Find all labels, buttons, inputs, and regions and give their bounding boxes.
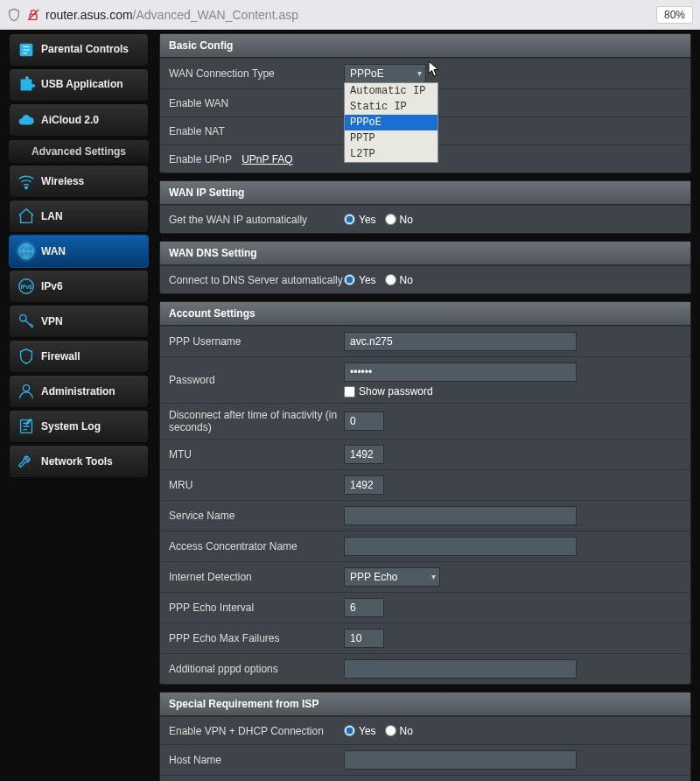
input-concentrator[interactable] (344, 537, 577, 556)
input-service-name[interactable] (344, 506, 577, 525)
sidebar: Parental ControlsUSB ApplicationAiCloud … (9, 33, 149, 781)
sidebar-advanced-header: Advanced Settings (9, 140, 149, 163)
sidebar-item-label: AiCloud 2.0 (41, 114, 99, 126)
input-password[interactable] (344, 362, 577, 382)
chevron-down-icon: ▾ (417, 68, 422, 78)
sidebar-item-system-log[interactable]: System Log (9, 410, 149, 443)
sidebar-item-usb-application[interactable]: USB Application (9, 68, 149, 102)
main-content: Basic Config WAN Connection Type PPPoE ▾… (159, 33, 691, 781)
input-disconnect[interactable] (344, 412, 384, 431)
sidebar-item-firewall[interactable]: Firewall (9, 340, 149, 373)
dropdown-option[interactable]: Automatic IP (345, 83, 438, 99)
label-service-name: Service Name (169, 510, 344, 522)
link-upnp-faq[interactable]: UPnP FAQ (242, 153, 292, 165)
row-mtu: MTU (160, 439, 690, 469)
checkbox-show-password[interactable]: Show password (344, 385, 433, 398)
shield-icon (17, 347, 36, 366)
label-echo-max: PPP Echo Max Failures (169, 632, 344, 644)
row-wan-conn-type: WAN Connection Type PPPoE ▾ Automatic IP… (160, 58, 690, 88)
panel-header-account: Account Settings (160, 302, 690, 326)
select-wan-conn-type-value: PPPoE (350, 67, 384, 80)
row-concentrator: Access Concentrator Name (160, 531, 690, 561)
row-host-name: Host Name (160, 744, 690, 775)
row-disconnect: Disconnect after time of inactivity (in … (160, 403, 690, 439)
sidebar-item-lan[interactable]: LAN (9, 200, 149, 233)
row-internet-detection: Internet Detection PPP Echo ▾ (160, 561, 690, 592)
cursor-icon (428, 60, 442, 81)
sidebar-item-vpn[interactable]: VPN (9, 305, 149, 338)
panel-header-basic: Basic Config (160, 34, 690, 58)
dropdown-option[interactable]: L2TP (345, 146, 438, 162)
lock-strike-icon[interactable] (26, 8, 40, 22)
row-vpn-dhcp: Enable VPN + DHCP Connection Yes No (160, 716, 690, 744)
puzzle-icon (17, 75, 36, 95)
row-mac: MAC Address MAC Clone (160, 775, 690, 781)
sidebar-item-label: Wireless (41, 175, 84, 187)
label-disconnect: Disconnect after time of inactivity (in … (169, 409, 344, 433)
label-host-name: Host Name (169, 754, 344, 766)
radio-wan-ip-no[interactable]: No (385, 214, 413, 226)
ipv6-icon: IPv6 (17, 277, 36, 296)
sidebar-item-wireless[interactable]: Wireless (9, 165, 149, 198)
panel-header-wan-ip: WAN IP Setting (160, 181, 690, 205)
panel-account: Account Settings PPP Username Password S… (159, 301, 691, 685)
radio-vpn-dhcp-yes[interactable]: Yes (344, 725, 376, 737)
zoom-badge[interactable]: 80% (656, 6, 693, 24)
dropdown-wan-conn-type[interactable]: Automatic IPStatic IPPPPoEPPTPL2TP (344, 82, 438, 163)
wrench-icon (17, 452, 36, 471)
sidebar-item-administration[interactable]: Administration (9, 375, 149, 408)
select-internet-detection[interactable]: PPP Echo ▾ (344, 567, 440, 587)
svg-point-7 (20, 315, 26, 321)
row-echo-max: PPP Echo Max Failures (160, 623, 690, 653)
sidebar-item-label: System Log (41, 420, 101, 433)
label-mtu: MTU (169, 448, 344, 461)
radio-dns-no[interactable]: No (385, 274, 413, 286)
input-mru[interactable] (344, 475, 384, 495)
sidebar-item-aicloud[interactable]: AiCloud 2.0 (9, 103, 149, 137)
url-display[interactable]: router.asus.com/Advanced_WAN_Content.asp (46, 8, 656, 22)
input-mtu[interactable] (344, 445, 384, 464)
tracking-shield-icon[interactable] (7, 8, 21, 22)
cloud-icon (17, 110, 36, 130)
row-ppp-username: PPP Username (160, 326, 690, 356)
row-dns-auto: Connect to DNS Server automatically Yes … (160, 265, 690, 293)
label-internet-detection: Internet Detection (169, 571, 344, 583)
label-wan-conn-type: WAN Connection Type (169, 67, 344, 80)
chevron-down-icon: ▾ (431, 572, 436, 581)
panel-wan-ip: WAN IP Setting Get the WAN IP automatica… (159, 180, 691, 234)
radio-vpn-dhcp-no[interactable]: No (385, 725, 413, 737)
label-ppp-username: PPP Username (169, 335, 344, 348)
panel-dns: WAN DNS Setting Connect to DNS Server au… (159, 241, 691, 294)
radio-wan-ip-yes[interactable]: Yes (344, 214, 376, 226)
radio-dns-yes[interactable]: Yes (344, 274, 376, 286)
sidebar-item-ipv6[interactable]: IPv6IPv6 (9, 270, 149, 303)
app-root: Parental ControlsUSB ApplicationAiCloud … (0, 30, 700, 781)
label-additional: Additional pppd options (169, 663, 344, 675)
label-concentrator: Access Concentrator Name (169, 540, 344, 552)
dropdown-option[interactable]: PPTP (345, 130, 438, 146)
sidebar-item-label: LAN (41, 210, 63, 222)
wifi-icon (17, 172, 36, 191)
input-echo-interval[interactable] (344, 598, 384, 617)
panel-basic-config: Basic Config WAN Connection Type PPPoE ▾… (159, 33, 691, 173)
label-mru: MRU (169, 479, 344, 491)
label-enable-nat: Enable NAT (169, 125, 344, 137)
sidebar-item-label: Parental Controls (41, 44, 129, 55)
sidebar-item-label: USB Application (41, 79, 123, 90)
dropdown-option[interactable]: Static IP (345, 99, 438, 115)
input-ppp-username[interactable] (344, 332, 577, 351)
row-service-name: Service Name (160, 500, 690, 531)
label-vpn-dhcp: Enable VPN + DHCP Connection (169, 725, 344, 737)
sidebar-item-wan[interactable]: WAN (9, 235, 149, 268)
select-wan-conn-type[interactable]: PPPoE ▾ (344, 64, 426, 83)
input-additional[interactable] (344, 659, 577, 679)
sidebar-item-network-tools[interactable]: Network Tools (9, 445, 149, 478)
input-echo-max[interactable] (344, 629, 384, 648)
note-icon (17, 417, 36, 436)
house-icon (17, 207, 36, 226)
dropdown-option[interactable]: PPPoE (345, 115, 438, 130)
input-host-name[interactable] (344, 750, 577, 770)
sidebar-item-parental-controls[interactable]: Parental Controls (9, 33, 149, 67)
panel-isp: Special Requirement from ISP Enable VPN … (159, 692, 691, 781)
panel-header-dns: WAN DNS Setting (160, 242, 690, 265)
